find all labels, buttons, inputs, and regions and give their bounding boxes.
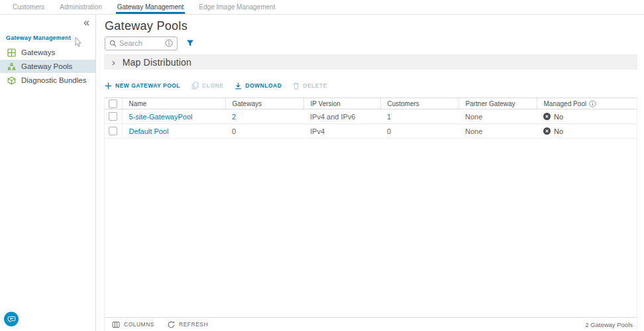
table-row: Default Pool 0 IPv4 0 None No [105,124,637,139]
info-icon[interactable] [589,100,596,107]
feedback-button[interactable] [4,312,19,326]
sidebar-section-label: Gateway Management [6,34,95,41]
plus-icon [105,82,112,90]
search-box [105,36,178,50]
trash-icon [293,82,299,90]
ip-version-cell: IPv4 and IPv6 [303,109,380,124]
pool-name-link[interactable]: Default Pool [129,127,169,135]
managed-pool-value: No [554,127,563,135]
row-checkbox[interactable] [109,127,117,135]
table-row: 5-site-GatewayPool 2 IPv4 and IPv6 1 Non… [105,109,637,124]
select-all-checkbox[interactable] [109,99,117,108]
delete-label: DELETE [303,82,327,89]
info-icon[interactable] [165,39,173,47]
download-label: DOWNLOAD [245,82,282,89]
page-title: Gateway Pools [105,19,644,33]
gateway-pools-table: Name Gateways IP Version Customers Partn… [105,98,637,139]
download-icon [235,82,242,90]
package-icon [7,76,16,85]
gateway-pools-datagrid: Name Gateways IP Version Customers Partn… [104,98,637,331]
table-toolbar: NEW GATEWAY POOL CLONE [105,81,644,90]
gateways-count-cell: 0 [225,124,303,139]
tab-gateway-management[interactable]: Gateway Management [116,0,186,14]
group-icon [7,62,16,71]
sidebar-item-label: Gateway Pools [21,62,72,70]
table-empty-area [105,139,637,317]
collapse-chevrons-icon: « [83,17,89,28]
column-header-customers: Customers [380,98,458,109]
row-checkbox[interactable] [109,112,117,121]
chevron-right-icon: › [112,58,115,67]
app-window: Customers Administration Gateway Managem… [0,0,644,331]
partner-gateway-cell: None [458,109,537,124]
sidebar-collapse-button[interactable]: « [81,16,92,29]
column-header-name: Name [122,98,225,109]
search-icon [109,40,117,47]
top-nav: Customers Administration Gateway Managem… [0,0,644,15]
tab-edge-image-management[interactable]: Edge Image Management [197,0,276,14]
table-footer: COLUMNS REFRESH 2 Gateway Pools [105,317,637,331]
sidebar-item-gateways[interactable]: Gateways [0,46,95,59]
sidebar-item-diagnostic-bundles[interactable]: Diagnostic Bundles [0,74,95,87]
map-distribution-toggle[interactable]: › Map Distribution [104,54,637,70]
clone-button[interactable]: CLONE [191,82,223,90]
tab-administration[interactable]: Administration [58,0,103,14]
chat-bubble-icon [7,315,16,324]
circle-x-icon [543,127,551,135]
clone-label: CLONE [202,82,223,89]
refresh-icon [168,321,175,328]
new-gateway-pool-button[interactable]: NEW GATEWAY POOL [105,82,180,90]
column-header-gateways: Gateways [225,98,303,109]
columns-button[interactable]: COLUMNS [112,321,154,328]
filter-funnel-icon [186,39,194,47]
sidebar-item-gateway-pools[interactable]: Gateway Pools [0,60,95,73]
sidebar-item-label: Diagnostic Bundles [21,76,86,84]
column-header-managed-pool: Managed Pool [537,98,637,109]
columns-label: COLUMNS [124,321,154,328]
managed-pool-cell: No [543,113,637,121]
managed-pool-value: No [554,113,563,121]
refresh-button[interactable]: REFRESH [168,321,208,328]
map-distribution-label: Map Distribution [123,57,191,68]
row-count-label: 2 Gateway Pools [585,321,633,328]
circle-x-icon [543,113,551,120]
filter-button[interactable] [186,39,194,47]
column-header-partner-gateway: Partner Gateway [458,98,537,109]
search-row [105,36,644,50]
tab-customers[interactable]: Customers [11,0,46,14]
sidebar-item-label: Gateways [21,48,55,56]
managed-pool-header-label: Managed Pool [544,100,587,107]
table-header-row: Name Gateways IP Version Customers Partn… [105,98,637,109]
gateways-count-link[interactable]: 2 [232,113,236,121]
pool-name-link[interactable]: 5-site-GatewayPool [129,113,193,121]
partner-gateway-cell: None [458,124,537,139]
refresh-label: REFRESH [179,321,208,328]
search-input[interactable] [119,39,162,47]
clone-icon [191,82,199,90]
grid-icon [7,48,16,57]
download-button[interactable]: DOWNLOAD [235,82,282,90]
column-header-ip-version: IP Version [303,98,380,109]
managed-pool-cell: No [543,127,637,135]
ip-version-cell: IPv4 [303,124,380,139]
customers-count-cell: 0 [380,124,458,139]
columns-icon [112,321,120,328]
new-gateway-pool-label: NEW GATEWAY POOL [115,82,180,89]
delete-button[interactable]: DELETE [293,82,327,90]
customers-count-link[interactable]: 1 [387,113,391,121]
main-content: Gateway Pools [96,15,644,331]
sidebar: « Gateway Management Gateways [0,15,96,331]
